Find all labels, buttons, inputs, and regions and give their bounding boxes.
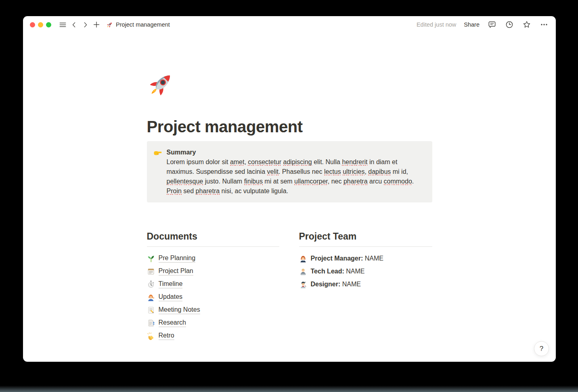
team-member-text: Project Manager: NAME (311, 255, 384, 262)
documents-heading: Documents (147, 231, 279, 242)
window-titlebar: Project management Edited just now Share (23, 18, 556, 31)
rocket-icon (106, 21, 113, 28)
bookmark-tabs-icon (147, 319, 155, 327)
stopwatch-icon (147, 280, 155, 288)
doc-link-label: Project Plan (159, 267, 193, 276)
man-artist-icon (299, 280, 307, 288)
team-member-project-manager: Project Manager: NAME (299, 252, 432, 265)
doc-link-label: Updates (159, 293, 183, 302)
doc-link-project-plan[interactable]: Project Plan (147, 265, 279, 278)
history-icon[interactable] (505, 20, 514, 29)
doc-link-pre-planning[interactable]: Pre Planning (147, 252, 279, 265)
titlebar-title-text: Project management (116, 21, 170, 28)
desktop-background: Project management Edited just now Share (0, 0, 578, 392)
new-tab-icon[interactable] (92, 20, 101, 29)
more-icon[interactable] (539, 20, 549, 29)
edited-status: Edited just now (417, 21, 456, 28)
team-member-text: Tech Lead: NAME (311, 268, 365, 275)
doc-link-retro[interactable]: Retro (147, 329, 279, 342)
team-role: Tech Lead: (311, 268, 344, 275)
documents-list: Pre Planning Projec (147, 252, 279, 342)
team-member-designer: Designer: NAME (299, 278, 432, 291)
comment-icon[interactable] (487, 20, 497, 29)
minimize-window-button[interactable] (38, 22, 43, 27)
doc-link-label: Research (159, 319, 186, 327)
documents-column: Documents Pre Planning (147, 231, 279, 342)
share-button[interactable]: Share (464, 21, 480, 28)
team-name: NAME (342, 281, 361, 288)
woman-office-worker-icon (299, 254, 307, 263)
favorite-icon[interactable] (522, 20, 532, 29)
pointing-right-icon (153, 148, 162, 157)
summary-callout: Summary Lorem ipsum dolor sit amet, cons… (147, 141, 432, 202)
team-role: Designer: (311, 281, 341, 288)
doc-link-label: Timeline (159, 280, 183, 289)
memo-icon (147, 306, 155, 314)
doc-link-timeline[interactable]: Timeline (147, 278, 279, 291)
team-role: Project Manager: (311, 255, 363, 262)
project-team-heading: Project Team (299, 231, 432, 242)
page-content: Project management Summary Lorem ipsum d… (147, 31, 432, 342)
doc-link-label: Retro (159, 332, 174, 340)
summary-body: Lorem ipsum dolor sit amet, consectetur … (167, 157, 424, 196)
spiral-notepad-icon (147, 267, 155, 275)
man-technologist-icon (299, 267, 307, 275)
back-icon[interactable] (69, 20, 79, 29)
titlebar-actions: Edited just now Share (417, 20, 549, 29)
clapping-hands-icon (147, 332, 155, 340)
team-member-text: Designer: NAME (311, 281, 361, 288)
page-title: Project management (147, 117, 432, 136)
documents-divider (147, 246, 279, 247)
team-list: Project Manager: NAME (299, 252, 432, 291)
project-team-column: Project Team (299, 231, 432, 342)
zoom-window-button[interactable] (46, 22, 51, 27)
help-button[interactable]: ? (534, 341, 549, 356)
rocket-icon[interactable] (147, 70, 175, 98)
desktop-bottom-edge (0, 386, 578, 392)
team-member-tech-lead: Tech Lead: NAME (299, 265, 432, 278)
close-window-button[interactable] (30, 22, 35, 27)
summary-content: Summary Lorem ipsum dolor sit amet, cons… (167, 148, 424, 196)
summary-title: Summary (167, 148, 424, 157)
forward-icon[interactable] (80, 20, 90, 29)
two-column-section: Documents Pre Planning (147, 231, 432, 342)
project-team-divider (299, 246, 432, 247)
doc-link-meeting-notes[interactable]: Meeting Notes (147, 304, 279, 317)
team-name: NAME (365, 255, 383, 262)
woman-tipping-hand-icon (147, 293, 155, 301)
doc-link-updates[interactable]: Updates (147, 291, 279, 304)
team-name: NAME (346, 268, 364, 275)
titlebar-document-title[interactable]: Project management (106, 21, 170, 28)
seedling-icon (147, 254, 155, 263)
doc-link-label: Meeting Notes (159, 306, 200, 315)
doc-link-research[interactable]: Research (147, 317, 279, 329)
hamburger-icon[interactable] (58, 20, 67, 29)
traffic-lights (30, 22, 54, 27)
app-window: Project management Edited just now Share (23, 16, 556, 362)
help-button-label: ? (540, 345, 543, 353)
doc-link-label: Pre Planning (159, 254, 196, 263)
titlebar-nav (58, 20, 101, 29)
